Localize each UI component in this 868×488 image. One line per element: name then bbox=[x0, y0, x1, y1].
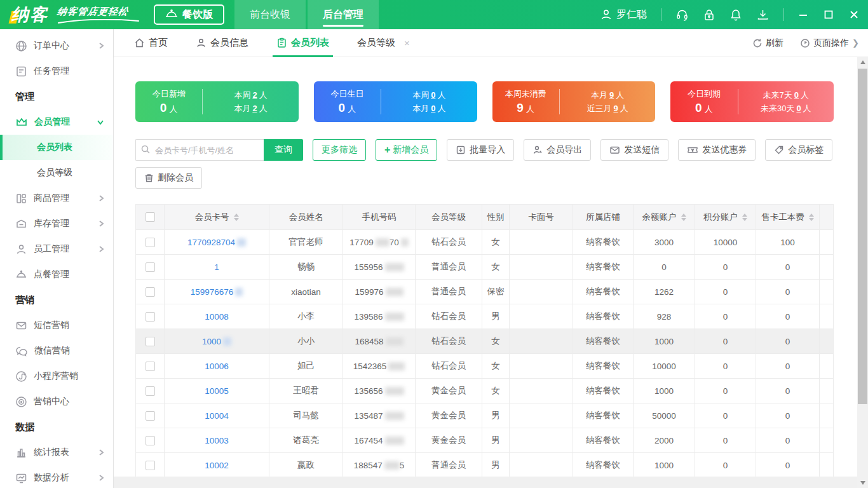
card-no-link[interactable]: 10006 bbox=[205, 362, 229, 371]
chevron-down-icon bbox=[97, 119, 104, 125]
sort-icon[interactable] bbox=[809, 214, 814, 221]
row-checkbox[interactable] bbox=[146, 312, 155, 322]
search-input[interactable] bbox=[135, 139, 264, 161]
support-headset-icon[interactable] bbox=[675, 8, 689, 22]
row-checkbox[interactable] bbox=[146, 411, 155, 421]
nav-front-cashier[interactable]: 前台收银 bbox=[234, 0, 306, 29]
sidebar-item-member-list[interactable]: 会员列表 bbox=[0, 135, 113, 160]
user-account[interactable]: 罗仁聪 bbox=[600, 8, 647, 22]
tab-home[interactable]: 首页 bbox=[134, 29, 168, 57]
col-points[interactable]: 积分账户 bbox=[695, 205, 756, 230]
analysis-monitor-icon bbox=[15, 472, 27, 484]
col-fee[interactable]: 售卡工本费 bbox=[756, 205, 820, 230]
search-button[interactable]: 查询 bbox=[264, 139, 303, 161]
scrollbar-thumb[interactable] bbox=[858, 69, 867, 404]
refresh-icon bbox=[752, 38, 763, 48]
send-sms-button[interactable]: 发送短信 bbox=[600, 139, 668, 161]
sidebar-item-sms-marketing[interactable]: 短信营销 bbox=[0, 313, 113, 338]
window-minimize-icon[interactable] bbox=[798, 10, 808, 20]
redaction bbox=[384, 461, 400, 470]
scroll-down-icon[interactable] bbox=[857, 478, 868, 488]
row-checkbox[interactable] bbox=[146, 386, 155, 396]
table-row[interactable]: 10003 诸葛亮 167454 黄金会员 男 纳客餐饮 2000 0 0 bbox=[136, 428, 834, 453]
add-member-button[interactable]: +新增会员 bbox=[376, 139, 437, 161]
tab-close-icon[interactable]: × bbox=[404, 37, 410, 48]
delete-member-button[interactable]: 删除会员 bbox=[135, 167, 202, 189]
redaction bbox=[385, 263, 404, 271]
tab-member-info[interactable]: 会员信息 bbox=[196, 29, 248, 57]
col-balance[interactable]: 余额账户 bbox=[634, 205, 695, 230]
table-row[interactable]: 10005 王昭君 135656 黄金会员 女 纳客餐饮 1000 0 0 bbox=[136, 379, 834, 403]
member-export-button[interactable]: 会员导出 bbox=[524, 139, 591, 161]
sidebar-item-marketing-center[interactable]: 营销中心 bbox=[0, 389, 113, 414]
sidebar-item-staff-manage[interactable]: 员工管理 bbox=[0, 236, 113, 262]
card-no-link[interactable]: 159976676 bbox=[191, 287, 234, 297]
card-no-link[interactable]: 10004 bbox=[205, 411, 229, 421]
window-close-icon[interactable] bbox=[849, 10, 859, 20]
table-row[interactable]: 159976676 xiaotian 159976 普通会员 保密 纳客餐饮 1… bbox=[136, 280, 834, 304]
stat-card-expire-today[interactable]: 今日到期 0人 未来7天0人 未来30天0人 bbox=[670, 81, 834, 122]
card-no-link[interactable]: 1000 bbox=[202, 337, 221, 346]
table-row[interactable]: 1770928704 官官老师 1770970 钻石会员 女 纳客餐饮 3000… bbox=[136, 230, 834, 255]
card-no-link[interactable]: 1770928704 bbox=[187, 238, 235, 247]
card-no-link[interactable]: 10008 bbox=[205, 312, 229, 322]
scroll-up-icon[interactable] bbox=[857, 57, 868, 67]
row-checkbox[interactable] bbox=[146, 238, 155, 247]
window-maximize-icon[interactable] bbox=[824, 10, 834, 20]
vertical-scrollbar[interactable] bbox=[857, 57, 868, 488]
sidebar-item-member-manage[interactable]: 会员管理 bbox=[0, 109, 113, 135]
horizontal-scrollbar-track[interactable] bbox=[114, 477, 857, 488]
row-checkbox[interactable] bbox=[146, 362, 155, 371]
refresh-button[interactable]: 刷新 bbox=[752, 37, 783, 49]
sidebar-item-data-analysis[interactable]: 数据分析 bbox=[0, 465, 113, 488]
sidebar-item-report[interactable]: 统计报表 bbox=[0, 440, 113, 465]
sort-icon[interactable] bbox=[681, 214, 686, 221]
edition-button[interactable]: 餐饮版 bbox=[154, 4, 224, 25]
card-no-link[interactable]: 10003 bbox=[205, 436, 229, 445]
batch-import-button[interactable]: 批量导入 bbox=[447, 139, 514, 161]
row-checkbox[interactable] bbox=[146, 436, 155, 445]
notification-bell-icon[interactable] bbox=[729, 8, 742, 22]
card-no-link[interactable]: 10005 bbox=[205, 386, 229, 396]
table-row[interactable]: 10002 嬴政 1885475 普通会员 男 纳客餐饮 1000 0 0 bbox=[136, 453, 834, 478]
sidebar-item-task-manage[interactable]: 任务管理 bbox=[0, 58, 113, 84]
chevron-right-icon: ❯ bbox=[852, 38, 859, 48]
table-row[interactable]: 1000 小小 168458 钻石会员 女 纳客餐饮 1000 0 0 bbox=[136, 329, 834, 354]
row-checkbox[interactable] bbox=[146, 287, 155, 297]
sort-icon[interactable] bbox=[742, 214, 747, 221]
member-tag-button[interactable]: 会员标签 bbox=[765, 139, 832, 161]
page-operations-button[interactable]: 页面操作 ❯ bbox=[800, 37, 859, 49]
send-coupon-button[interactable]: 发送优惠券 bbox=[678, 139, 756, 161]
row-checkbox[interactable] bbox=[146, 337, 155, 346]
sidebar-item-miniprogram-marketing[interactable]: 小程序营销 bbox=[0, 363, 113, 389]
select-all-checkbox[interactable] bbox=[146, 212, 155, 222]
table-row[interactable]: 1 畅畅 155956 普通会员 女 纳客餐饮 0 0 0 bbox=[136, 255, 834, 280]
more-filter-button[interactable]: 更多筛选 bbox=[313, 139, 366, 161]
download-icon[interactable] bbox=[756, 8, 770, 21]
redaction bbox=[385, 387, 404, 395]
row-checkbox[interactable] bbox=[146, 262, 155, 272]
card-no-link[interactable]: 10002 bbox=[205, 461, 229, 470]
tab-member-level[interactable]: 会员等级 bbox=[357, 29, 395, 57]
sidebar-item-member-level[interactable]: 会员等级 bbox=[0, 160, 113, 186]
card-no-link[interactable]: 1 bbox=[214, 262, 219, 272]
sidebar-item-wechat-marketing[interactable]: 微信营销 bbox=[0, 338, 113, 363]
stat-card-birthday-today[interactable]: 今日生日 0人 本周0人 本月0人 bbox=[314, 81, 477, 122]
tab-member-list[interactable]: 会员列表 bbox=[276, 29, 329, 57]
nav-back-manage[interactable]: 后台管理 bbox=[308, 0, 379, 29]
table-row[interactable]: 10006 妲己 1542365 钻石会员 女 纳客餐饮 10000 0 0 bbox=[136, 354, 834, 379]
topbar: 纳客 纳客管店更轻松 餐饮版 前台收银 后台管理 罗仁聪 bbox=[0, 0, 868, 29]
col-card-no[interactable]: 会员卡号 bbox=[165, 205, 269, 230]
sidebar-item-order-center[interactable]: 订单中心 bbox=[0, 33, 113, 58]
table-row[interactable]: 10008 小李 139586 钻石会员 男 纳客餐饮 928 0 0 bbox=[136, 304, 834, 329]
sidebar-item-dining-manage[interactable]: 点餐管理 bbox=[0, 262, 113, 287]
table-row[interactable]: 10004 司马懿 135487 黄金会员 男 纳客餐饮 50000 0 0 bbox=[136, 403, 834, 428]
sidebar-item-inventory-manage[interactable]: 库存管理 bbox=[0, 211, 113, 236]
row-checkbox[interactable] bbox=[146, 461, 155, 470]
slogan: 纳客管店更轻松 bbox=[57, 6, 140, 24]
sort-icon[interactable] bbox=[234, 214, 239, 221]
sidebar-item-goods-manage[interactable]: 商品管理 bbox=[0, 186, 113, 211]
lock-icon[interactable] bbox=[703, 8, 715, 22]
stat-card-no-consume-week[interactable]: 本周未消费 9人 本月9人 近三月9人 bbox=[492, 81, 656, 122]
stat-card-new-today[interactable]: 今日新增 0人 本周2人 本月2人 bbox=[135, 81, 299, 122]
